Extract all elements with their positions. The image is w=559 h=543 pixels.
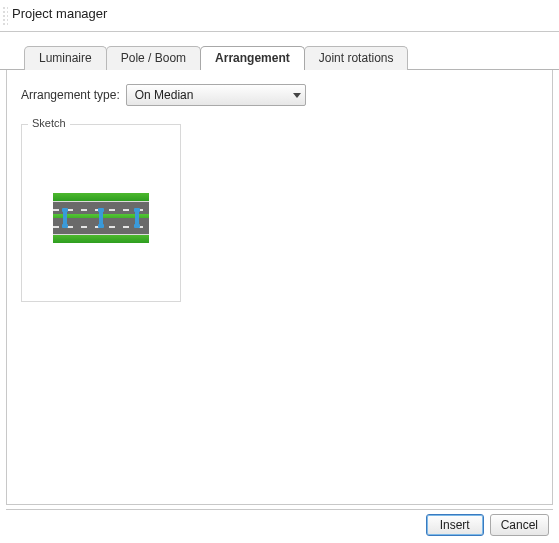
grip-icon bbox=[2, 6, 8, 25]
chevron-down-icon bbox=[293, 93, 301, 98]
dialog-footer: Insert Cancel bbox=[6, 509, 553, 539]
sketch-edge-line bbox=[53, 234, 149, 235]
arrangement-type-label: Arrangement type: bbox=[21, 88, 120, 102]
sketch-grass-top bbox=[53, 193, 149, 201]
arrangement-pane: Arrangement type: On Median Sketch bbox=[6, 70, 553, 505]
tab-label: Luminaire bbox=[39, 51, 92, 65]
tab-label: Arrangement bbox=[215, 51, 290, 65]
sketch-pole-icon bbox=[63, 210, 67, 226]
arrangement-type-dropdown[interactable]: On Median bbox=[126, 84, 306, 106]
tab-label: Pole / Boom bbox=[121, 51, 186, 65]
sketch-preview bbox=[53, 193, 149, 243]
tab-pole-boom[interactable]: Pole / Boom bbox=[106, 46, 201, 70]
tab-luminaire[interactable]: Luminaire bbox=[24, 46, 107, 70]
tab-row: Luminaire Pole / Boom Arrangement Joint … bbox=[0, 32, 559, 70]
title-bar: Project manager bbox=[0, 0, 559, 32]
sketch-grass-bottom bbox=[53, 235, 149, 243]
sketch-edge-line bbox=[53, 201, 149, 202]
tab-joint-rotations[interactable]: Joint rotations bbox=[304, 46, 409, 70]
button-label: Cancel bbox=[501, 518, 538, 532]
sketch-legend: Sketch bbox=[28, 117, 70, 129]
tab-label: Joint rotations bbox=[319, 51, 394, 65]
button-label: Insert bbox=[440, 518, 470, 532]
dropdown-value: On Median bbox=[135, 88, 194, 102]
tab-arrangement[interactable]: Arrangement bbox=[200, 46, 305, 70]
sketch-pole-icon bbox=[135, 210, 139, 226]
sketch-pole-icon bbox=[99, 210, 103, 226]
project-manager-window: Project manager Luminaire Pole / Boom Ar… bbox=[0, 0, 559, 543]
cancel-button[interactable]: Cancel bbox=[490, 514, 549, 536]
arrangement-type-row: Arrangement type: On Median bbox=[21, 84, 538, 106]
sketch-group: Sketch bbox=[21, 124, 181, 302]
window-title: Project manager bbox=[12, 6, 107, 21]
insert-button[interactable]: Insert bbox=[426, 514, 484, 536]
